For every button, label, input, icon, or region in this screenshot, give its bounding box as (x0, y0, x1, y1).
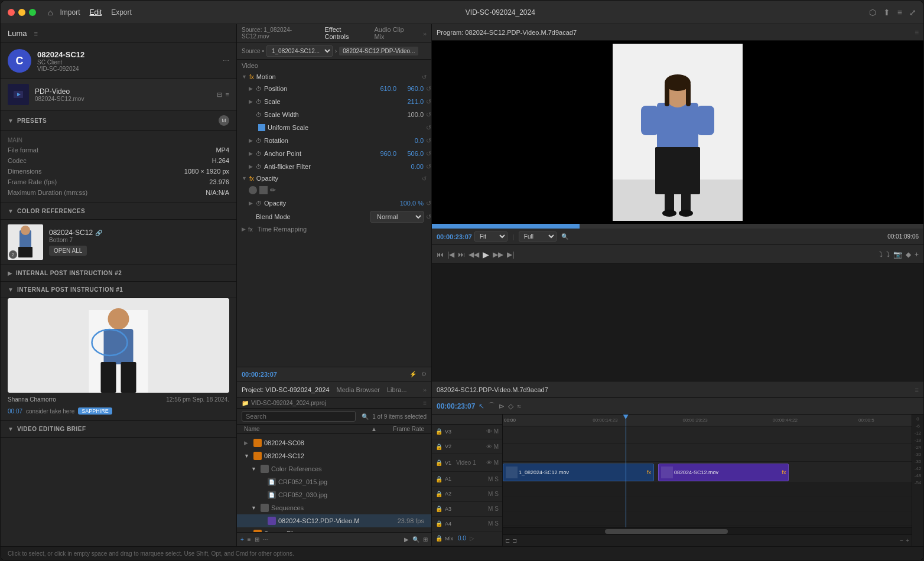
list-view-icon[interactable]: ≡ (248, 536, 251, 543)
instruction2-header[interactable]: ▶ INTERNAL POST INSTRUCTION #2 (1, 265, 236, 282)
opacity-circle-icon[interactable] (249, 186, 257, 194)
track-v2-lock[interactable]: 🔒 (435, 443, 443, 450)
blend-mode-reset[interactable]: ↺ (426, 213, 431, 221)
video-brief-header[interactable]: ▼ VIDEO EDITING BRIEF (1, 421, 236, 438)
anchor-stopwatch[interactable]: ⏱ (256, 151, 262, 157)
track-v3-eye[interactable]: 👁 (486, 428, 492, 435)
tree-item-color-refs[interactable]: ▼ Color References (237, 462, 431, 475)
open-all-button[interactable]: OPEN ALL (49, 246, 87, 256)
mark-in-icon[interactable]: ⏮ (437, 250, 444, 259)
tl-zoom-in-icon[interactable]: + (906, 537, 909, 544)
fx-settings-icon[interactable]: ⚙ (421, 371, 427, 377)
track-v1-lock[interactable]: 🔒 (435, 459, 443, 466)
opacity-reset[interactable]: ↺ (426, 200, 431, 207)
step-back2-icon[interactable]: ◀◀ (468, 250, 479, 259)
a2-track-row[interactable] (503, 497, 912, 511)
anchor-point-expand[interactable]: ▶ (249, 151, 256, 156)
fullscreen-icon[interactable]: ⤢ (909, 8, 916, 17)
home-icon[interactable]: ⌂ (48, 8, 53, 17)
sort-icon[interactable]: ⊞ (423, 536, 428, 543)
tree-item-crf030[interactable]: 📄 CRF052_030.jpg (237, 488, 431, 501)
import-button[interactable]: Import (60, 8, 80, 17)
scale-stopwatch[interactable]: ⏱ (256, 99, 262, 105)
position-expand[interactable]: ▶ (249, 86, 256, 92)
tree-item-sequences[interactable]: ▼ Sequences (237, 501, 431, 514)
export-frame-icon[interactable]: 📷 (893, 250, 902, 259)
track-v1-eye[interactable]: 👁 (486, 459, 492, 466)
tab-media-browser[interactable]: Media Browser (337, 386, 380, 393)
tl-zoom-out-icon[interactable]: − (900, 537, 903, 544)
track-v1-solo[interactable]: M (494, 459, 499, 466)
track-a3-lock[interactable]: 🔒 (435, 505, 443, 512)
razor-tool-icon[interactable]: ⌒ (488, 401, 495, 411)
tl-goto-end-icon[interactable]: ⊐ (512, 537, 517, 544)
play-preview-icon[interactable]: ▶ (404, 536, 409, 543)
slip-tool-icon[interactable]: ≈ (517, 402, 521, 410)
uniform-scale-checkbox[interactable] (258, 124, 265, 131)
overwrite-icon[interactable]: ⤵ (886, 250, 890, 259)
selection-tool-icon[interactable]: ↖ (479, 402, 484, 410)
tl-scroll-thumb[interactable] (605, 529, 728, 534)
export-icon[interactable]: ⬆ (883, 8, 890, 17)
time-remapping-header[interactable]: ▶ fx Time Remapping (237, 224, 431, 234)
scale-value[interactable]: 211.0 (400, 98, 424, 105)
track-v2-eye[interactable]: 👁 (486, 443, 492, 450)
anchor-x-value[interactable]: 960.0 (373, 150, 396, 157)
close-button[interactable] (8, 9, 15, 16)
tree-item-crf015[interactable]: 📄 CRF052_015.jpg (237, 475, 431, 488)
pdp-more-icon[interactable]: ≡ (226, 91, 229, 99)
tree-item-sc12[interactable]: ▼ 082024-SC12 (237, 449, 431, 462)
anti-flicker-reset[interactable]: ↺ (426, 163, 431, 171)
play-button[interactable]: ▶ (483, 250, 489, 259)
tl-goto-start-icon[interactable]: ⊏ (505, 537, 510, 544)
instruction1-header[interactable]: ▼ INTERNAL POST INSTRUCTION #1 (1, 282, 236, 298)
scale-width-stopwatch[interactable]: ⏱ (256, 112, 262, 118)
source-select[interactable]: 1_082024-SC12... (266, 45, 333, 57)
minimize-button[interactable] (18, 9, 25, 16)
track-a2-s[interactable]: S (494, 491, 499, 497)
opacity-reset-icon[interactable]: ↺ (422, 175, 427, 182)
a1-track-row[interactable] (503, 483, 912, 497)
rotation-stopwatch[interactable]: ⏱ (256, 138, 262, 144)
search-icon[interactable]: 🔍 (362, 413, 369, 420)
track-v3-solo[interactable]: M (494, 428, 499, 435)
tab-audio-mix[interactable]: Audio Clip Mix (374, 24, 413, 45)
clip-sc12-purple[interactable]: 082024-SC12.mov fx (658, 464, 789, 481)
anti-flicker-stopwatch[interactable]: ⏱ (256, 164, 262, 170)
maximize-button[interactable] (29, 9, 36, 16)
track-v2-solo[interactable]: M (494, 443, 499, 450)
track-a1-s[interactable]: S (494, 476, 499, 482)
scale-width-value[interactable]: 100.0 (407, 111, 424, 118)
uniform-scale-reset[interactable]: ↺ (426, 124, 431, 132)
v3-track-row[interactable] (503, 426, 912, 444)
opacity-stopwatch[interactable]: ⏱ (256, 200, 262, 207)
track-v3-lock[interactable]: 🔒 (435, 428, 443, 435)
menu-icon[interactable]: ≡ (897, 8, 902, 17)
opacity-expand[interactable]: ▶ (249, 200, 256, 206)
position-y-value[interactable]: 960.0 (400, 85, 424, 92)
tab-source[interactable]: Source: 1_082024-SC12.mov (242, 24, 315, 44)
anti-flicker-expand[interactable]: ▶ (249, 164, 256, 169)
project-search-input[interactable] (242, 411, 356, 422)
scale-reset[interactable]: ↺ (426, 98, 431, 106)
edit-button[interactable]: Edit (89, 8, 102, 17)
track-a4-lock[interactable]: 🔒 (435, 520, 443, 527)
client-more-icon[interactable]: ⋯ (223, 57, 229, 65)
clip-sc12-blue[interactable]: 1_082024-SC12.mov fx (503, 464, 654, 481)
grid-view-icon[interactable]: ⊞ (255, 536, 259, 543)
track-a2-lock[interactable]: 🔒 (435, 491, 443, 497)
timeline-menu-icon[interactable]: ≡ (915, 386, 919, 393)
track-a2-m[interactable]: M (488, 491, 493, 497)
motion-reset-icon[interactable]: ↺ (422, 74, 427, 80)
freeform-icon[interactable]: ⋯ (263, 536, 269, 543)
tl-scrollbar[interactable] (503, 527, 912, 534)
track-a1-m[interactable]: M (488, 476, 493, 482)
anchor-reset[interactable]: ↺ (426, 150, 431, 158)
tree-item-source-files[interactable]: ▶ Source Files (237, 527, 431, 532)
rate-stretch-icon[interactable]: ◇ (508, 402, 513, 410)
anti-flicker-value[interactable]: 0.00 (400, 163, 424, 170)
go-to-start-icon[interactable]: ⏭ (458, 250, 465, 259)
position-reset[interactable]: ↺ (426, 85, 431, 93)
blend-mode-select[interactable]: Normal Dissolve Multiply Screen (370, 211, 424, 223)
track-a1-lock[interactable]: 🔒 (435, 476, 443, 482)
